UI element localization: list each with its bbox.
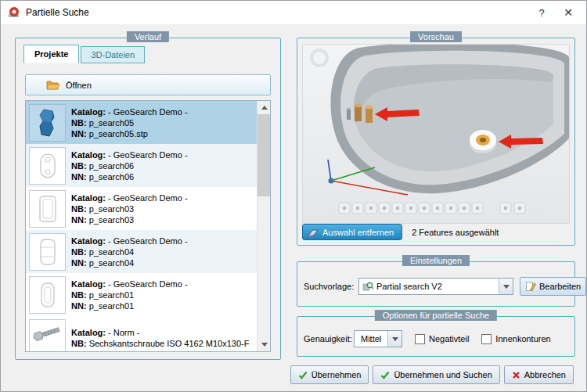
accuracy-select[interactable]: Mittel: [354, 330, 402, 347]
field-value: p_search01: [89, 301, 135, 311]
watermark-logo: [312, 50, 327, 66]
edit-template-button[interactable]: Bearbeiten: [520, 277, 586, 296]
item-line: NB: p_search04: [71, 246, 188, 257]
field-label: NN:: [71, 301, 87, 311]
cancel-button[interactable]: Abbrechen: [504, 365, 574, 384]
field-label: NB:: [71, 290, 87, 300]
folder-open-icon: [46, 80, 60, 91]
settings-group-label: Einstellungen: [402, 255, 470, 266]
partial-search-options-group: Optionen für partielle Suche Genauigkeit…: [297, 316, 575, 357]
field-value: - GeoSearch Demo -: [108, 107, 187, 117]
edit-template-label: Bearbeiten: [539, 282, 581, 291]
search-template-dropdown-button[interactable]: [499, 279, 513, 294]
accuracy-dropdown-button[interactable]: [387, 331, 402, 347]
preview-group: Vorschau: [297, 38, 575, 246]
list-item[interactable]: Katalog: - Norm - NB: Sechskantschraube …: [26, 316, 257, 352]
field-value: p_search03: [89, 215, 135, 225]
help-button[interactable]: ?: [528, 2, 555, 23]
chevron-down-icon: [392, 337, 398, 341]
field-value: p_search05.stp: [89, 129, 148, 138]
list-item[interactable]: Katalog: - GeoSearch Demo - NB: p_search…: [26, 273, 257, 316]
field-value: p_search05: [89, 118, 135, 128]
item-line: Katalog: - GeoSearch Demo -: [71, 106, 188, 117]
selection-status-text: 2 Features ausgewählt: [412, 228, 499, 237]
search-template-row: Suchvorlage: Partial search V2: [304, 277, 570, 296]
list-item-text: Katalog: - GeoSearch Demo - NB: p_search…: [71, 149, 188, 182]
preview-tool-icon: [379, 203, 390, 214]
selection-status-row: Auswahl entfernen 2 Features ausgewählt: [302, 224, 499, 240]
preview-3d-viewport[interactable]: [302, 44, 570, 224]
preview-tool-icon: [352, 203, 363, 214]
innenkonturen-checkbox[interactable]: [481, 334, 492, 344]
field-value: - GeoSearch Demo -: [108, 193, 187, 203]
part-thumbnail-icon: [29, 233, 66, 271]
eraser-icon: [308, 228, 319, 237]
list-item-text: Katalog: - GeoSearch Demo - NB: p_search…: [71, 192, 188, 225]
remove-selection-button[interactable]: Auswahl entfernen: [302, 224, 402, 240]
field-label: NN:: [71, 258, 87, 268]
tab-3d-dateien[interactable]: 3D-Dateien: [81, 46, 145, 63]
preview-tool-icon: [366, 203, 376, 214]
open-button[interactable]: Öffnen: [25, 74, 271, 95]
close-button[interactable]: ✕: [555, 2, 582, 23]
title-bar: Partielle Suche ? ✕: [1, 1, 586, 24]
negativteil-label[interactable]: Negativteil: [429, 334, 469, 343]
list-item-text: Katalog: - Norm - NB: Sechskantschraube …: [71, 327, 249, 349]
preview-group-label: Vorschau: [410, 31, 462, 42]
item-line: Katalog: - GeoSearch Demo -: [71, 192, 188, 203]
field-label: NN:: [71, 129, 87, 138]
preview-tool-icon: [445, 203, 456, 214]
app-icon: [8, 6, 20, 19]
item-line: NB: p_search05: [71, 117, 188, 128]
preview-tool-icon: [392, 203, 403, 214]
innenkonturen-option[interactable]: Innenkonturen: [481, 334, 550, 344]
history-group-label: Verlauf: [127, 31, 169, 42]
field-label: Katalog:: [71, 150, 106, 160]
list-item[interactable]: Katalog: - GeoSearch Demo - NB: p_search…: [26, 230, 257, 273]
field-label: NN:: [71, 215, 87, 225]
list-item-text: Katalog: - GeoSearch Demo - NB: p_search…: [71, 279, 188, 311]
check-icon: [298, 371, 308, 379]
settings-group: Einstellungen Suchvorlage: Partial searc…: [297, 261, 575, 307]
field-label: NB:: [71, 247, 87, 257]
innenkonturen-label[interactable]: Innenkonturen: [495, 334, 550, 343]
list-item[interactable]: Katalog: - GeoSearch Demo - NB: p_search…: [26, 144, 257, 187]
item-line: Katalog: - GeoSearch Demo -: [71, 279, 188, 290]
options-row: Genauigkeit: Mittel Negativteil Innenkon…: [304, 330, 570, 347]
apply-and-search-button[interactable]: Übernehmen und Suchen: [373, 365, 499, 384]
project-rows: Katalog: - GeoSearch Demo - NB: p_search…: [26, 101, 257, 351]
list-item[interactable]: Katalog: - GeoSearch Demo - NB: p_search…: [26, 187, 257, 230]
chevron-down-icon: [503, 285, 510, 289]
negativteil-option[interactable]: Negativteil: [415, 334, 469, 344]
scrollbar-thumb[interactable]: [257, 114, 271, 196]
preview-toolbar[interactable]: [339, 203, 525, 214]
apply-button[interactable]: Übernehmen: [290, 365, 369, 384]
item-line: Katalog: - GeoSearch Demo -: [71, 236, 188, 246]
item-line: NB: p_search06: [71, 160, 188, 171]
scroll-down-button[interactable]: [257, 338, 271, 351]
part-thumbnail-icon: [29, 104, 66, 142]
part-thumbnail-icon: [29, 276, 66, 314]
search-template-select[interactable]: Partial search V2: [358, 278, 513, 295]
partial-search-dialog: Partielle Suche ? ✕ Verlauf Projekte 3D-…: [0, 0, 587, 392]
remove-selection-label: Auswahl entfernen: [322, 228, 394, 237]
list-scrollbar[interactable]: [257, 101, 270, 351]
field-value: - GeoSearch Demo -: [108, 236, 187, 246]
chevron-down-icon: [261, 343, 268, 347]
item-line: Katalog: - GeoSearch Demo -: [71, 149, 188, 160]
list-item[interactable]: Katalog: - GeoSearch Demo - NB: p_search…: [26, 101, 257, 144]
part-thumbnail-icon: [29, 190, 66, 228]
project-list: Katalog: - GeoSearch Demo - NB: p_search…: [25, 100, 271, 352]
list-item-text: Katalog: - GeoSearch Demo - NB: p_search…: [71, 106, 188, 139]
apply-button-label: Übernehmen: [312, 370, 362, 379]
field-value: p_search03: [89, 204, 135, 214]
field-value: p_search01: [89, 290, 135, 300]
preview-tool-icon: [339, 203, 350, 214]
scroll-up-button[interactable]: [257, 101, 271, 114]
negativteil-checkbox[interactable]: [415, 334, 425, 344]
tab-projekte[interactable]: Projekte: [23, 45, 79, 63]
pencil-icon: [525, 281, 536, 292]
preview-tool-icon: [419, 203, 430, 214]
history-tabs: Projekte 3D-Dateien: [23, 45, 145, 63]
preview-tool-icon: [500, 203, 511, 214]
